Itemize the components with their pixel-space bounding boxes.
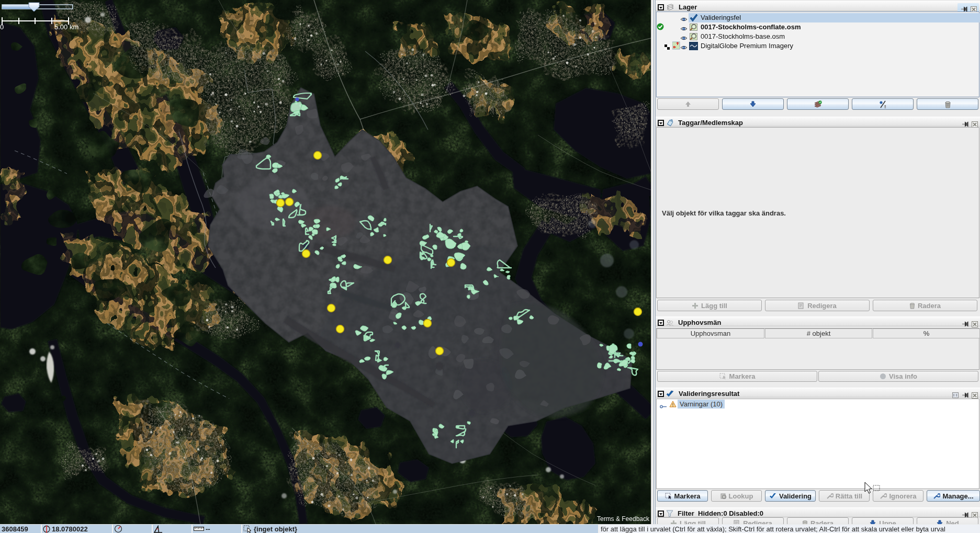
svg-text:Terms & Feedback: Terms & Feedback: [597, 515, 650, 523]
svg-text:5.00 km: 5.00 km: [54, 23, 78, 31]
svg-text:0: 0: [0, 23, 4, 31]
